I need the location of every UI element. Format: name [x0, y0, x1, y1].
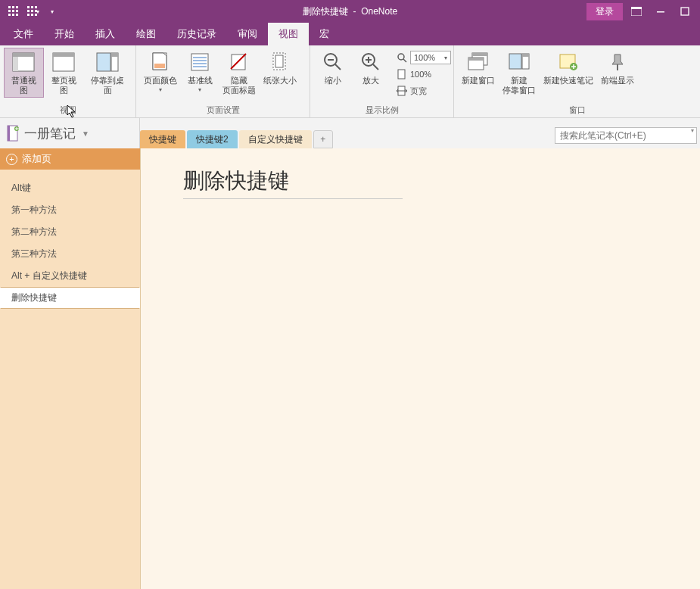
hide-page-title-icon — [227, 50, 251, 74]
svg-rect-54 — [472, 53, 487, 56]
tab-review[interactable]: 审阅 — [227, 23, 268, 45]
group-views: 普通视图 整页视图 停靠到桌面 视图 — [0, 45, 136, 117]
hide-page-title-button[interactable]: 隐藏页面标题 — [219, 48, 259, 97]
qat-grid-icon[interactable] — [5, 3, 23, 20]
group-window: 新建窗口 新建停靠窗口 新建快速笔记 前端显示 窗口 — [454, 45, 700, 117]
minimize-button[interactable] — [650, 3, 671, 20]
svg-rect-57 — [509, 54, 521, 69]
group-page-setup-label: 页面设置 — [136, 104, 310, 117]
page-list: Alt键 第一种方法 第二种方法 第三种方法 Alt + 自定义快捷键 删除快捷… — [0, 170, 140, 589]
zoom-in-button[interactable]: 放大 — [353, 48, 389, 87]
page-icon — [397, 69, 407, 79]
dock-to-desktop-icon — [95, 50, 120, 74]
rule-lines-icon — [188, 50, 212, 74]
qat-customize-dropdown[interactable]: ▾ — [44, 3, 62, 20]
svg-rect-9 — [27, 6, 30, 8]
svg-rect-15 — [27, 14, 30, 16]
tab-history[interactable]: 历史记录 — [166, 23, 227, 45]
dock-to-desktop-button[interactable]: 停靠到桌面 — [85, 48, 131, 97]
svg-rect-21 — [681, 8, 689, 15]
svg-rect-10 — [31, 6, 33, 8]
tab-insert[interactable]: 插入 — [85, 23, 126, 45]
group-zoom-label: 显示比例 — [310, 104, 453, 117]
page-item[interactable]: Alt + 自定义快捷键 — [0, 265, 140, 287]
svg-rect-31 — [154, 64, 165, 68]
svg-rect-20 — [657, 11, 664, 13]
svg-rect-24 — [13, 57, 18, 71]
notebook-name: 一册笔记 — [24, 125, 76, 142]
tab-draw[interactable]: 绘图 — [126, 23, 166, 45]
left-panel: 一册笔记 ▼ + 添加页 Alt键 第一种方法 第二种方法 第三种方法 Alt … — [0, 118, 140, 589]
svg-rect-12 — [27, 10, 30, 12]
qat-grid-dropdown-icon[interactable]: ▾ — [24, 3, 42, 20]
svg-rect-59 — [522, 54, 529, 57]
maximize-button[interactable] — [674, 3, 695, 20]
add-section-button[interactable]: + — [313, 130, 333, 148]
tab-home[interactable]: 开始 — [44, 23, 85, 45]
rule-lines-button[interactable]: 基准线 ▾ — [182, 48, 218, 95]
title-underline — [183, 198, 403, 199]
chevron-down-icon: ▼ — [82, 129, 89, 138]
workspace: 一册笔记 ▼ + 添加页 Alt键 第一种方法 第二种方法 第三种方法 Alt … — [0, 118, 700, 589]
section-tab[interactable]: 快捷键2 — [187, 130, 238, 148]
group-window-label: 窗口 — [454, 104, 700, 117]
svg-rect-32 — [191, 54, 208, 70]
tab-macro[interactable]: 宏 — [309, 23, 340, 45]
full-page-view-button[interactable]: 整页视图 — [45, 48, 83, 97]
login-button[interactable]: 登录 — [586, 3, 623, 20]
new-window-button[interactable]: 新建窗口 — [459, 48, 498, 87]
page-title-container[interactable]: 删除快捷键 — [183, 167, 403, 199]
quick-access-toolbar: ▾ ▾ — [0, 3, 62, 20]
zoom-100-button[interactable]: 100% — [394, 67, 454, 82]
title-bar: ▾ ▾ 删除快捷键 - OneNote 登录 — [0, 0, 700, 23]
ribbon-tabs: 文件 开始 插入 绘图 历史记录 审阅 视图 宏 — [0, 23, 700, 45]
notebook-icon — [6, 125, 20, 142]
svg-rect-7 — [12, 14, 14, 16]
tab-view[interactable]: 视图 — [268, 23, 309, 45]
svg-rect-40 — [275, 55, 283, 67]
notebook-picker[interactable]: 一册笔记 ▼ — [0, 118, 140, 148]
zoom-page-width-button[interactable]: 页宽 — [394, 83, 454, 98]
new-quick-note-button[interactable]: 新建快速笔记 — [540, 48, 596, 87]
normal-view-button[interactable]: 普通视图 — [5, 48, 43, 97]
page-item[interactable]: 第二种方法 — [0, 221, 140, 243]
section-tab-active[interactable]: 自定义快捷键 — [239, 130, 312, 148]
group-zoom: 缩小 放大 100%▾ 100% 页宽 — [310, 45, 454, 117]
page-item[interactable]: Alt键 — [0, 177, 140, 199]
svg-rect-26 — [53, 53, 74, 57]
svg-rect-13 — [31, 10, 33, 12]
paper-size-button[interactable]: 纸张大小 — [260, 48, 300, 87]
svg-rect-1 — [12, 6, 14, 8]
svg-rect-6 — [8, 14, 11, 16]
paper-size-icon — [268, 50, 292, 74]
page-item[interactable]: 第三种方法 — [0, 243, 140, 265]
always-on-top-button[interactable]: 前端显示 — [598, 48, 637, 87]
page-canvas[interactable]: 删除快捷键 — [140, 148, 700, 589]
svg-rect-23 — [13, 53, 34, 57]
page-item[interactable]: 第一种方法 — [0, 199, 140, 221]
app-name: OneNote — [361, 6, 397, 17]
page-color-button[interactable]: 页面颜色 ▾ — [141, 48, 180, 95]
zoom-out-button[interactable]: 缩小 — [315, 48, 351, 87]
document-title: 删除快捷键 — [303, 6, 348, 17]
section-tab[interactable]: 快捷键 — [140, 130, 185, 148]
normal-view-icon — [11, 50, 36, 74]
search-container — [555, 127, 697, 144]
search-input[interactable] — [555, 127, 697, 144]
zoom-combo[interactable]: 100%▾ — [394, 50, 454, 65]
new-docked-window-button[interactable]: 新建停靠窗口 — [499, 48, 539, 97]
page-title[interactable]: 删除快捷键 — [183, 167, 403, 195]
ribbon-display-options-icon[interactable] — [626, 3, 647, 20]
tab-file[interactable]: 文件 — [3, 23, 44, 45]
add-page-button[interactable]: + 添加页 — [0, 148, 140, 170]
group-views-label: 视图 — [0, 104, 135, 117]
svg-rect-16 — [31, 14, 33, 16]
plus-circle-icon: + — [6, 154, 17, 165]
zoom-in-icon — [359, 50, 383, 74]
page-item-selected[interactable]: 删除快捷键 — [0, 287, 140, 309]
svg-rect-2 — [16, 6, 18, 8]
svg-rect-50 — [398, 70, 405, 79]
new-docked-window-icon — [507, 50, 531, 74]
svg-rect-0 — [8, 6, 11, 8]
svg-line-42 — [335, 64, 341, 70]
